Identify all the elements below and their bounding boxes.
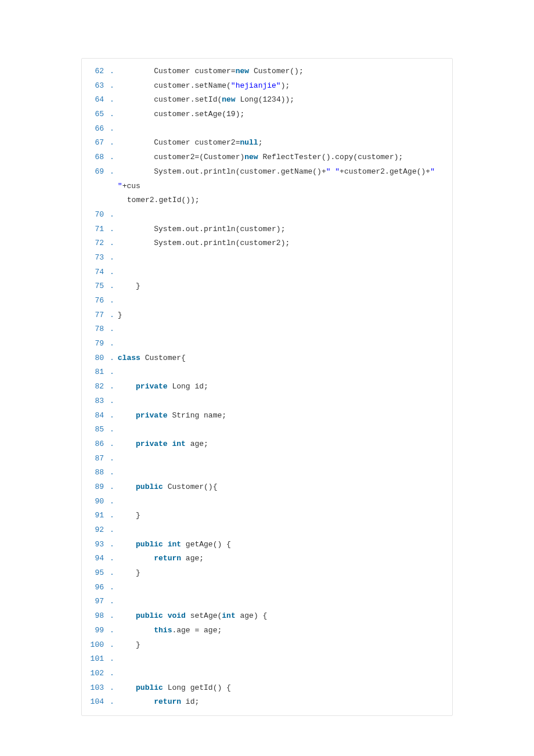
code-text <box>118 423 452 437</box>
code-text: Customer customer=new Customer(); <box>118 64 452 79</box>
line-number: 102 <box>82 667 110 681</box>
line-number: 84 <box>82 409 110 423</box>
code-text <box>118 523 452 538</box>
code-line: 69. System.out.println(customer.getName(… <box>82 165 452 208</box>
line-dot: . <box>110 380 118 394</box>
line-number: 82 <box>82 380 110 394</box>
code-line: 63. customer.setName("hejianjie"); <box>82 79 452 93</box>
code-line: 83. <box>82 394 452 409</box>
line-number: 97 <box>82 595 110 609</box>
code-line: 80.class Customer{ <box>82 351 452 366</box>
code-text: public Customer(){ <box>118 480 452 495</box>
code-line: 100. } <box>82 638 452 653</box>
line-dot: . <box>110 150 118 165</box>
line-dot: . <box>110 423 118 437</box>
line-dot: . <box>110 394 118 409</box>
code-line: 77.} <box>82 308 452 323</box>
code-text: class Customer{ <box>118 351 452 366</box>
line-dot: . <box>110 609 118 624</box>
line-number: 74 <box>82 265 110 280</box>
line-number: 93 <box>82 538 110 552</box>
line-number: 101 <box>82 652 110 667</box>
line-dot: . <box>110 222 118 237</box>
code-line: 86. private int age; <box>82 437 452 452</box>
code-line: 85. <box>82 423 452 437</box>
line-dot: . <box>110 466 118 480</box>
code-text: customer.setAge(19); <box>118 107 452 122</box>
line-number: 71 <box>82 222 110 237</box>
code-text <box>118 122 452 136</box>
line-number: 88 <box>82 466 110 480</box>
code-line: 81. <box>82 365 452 380</box>
code-text <box>118 495 452 509</box>
code-line: 71. System.out.println(customer); <box>82 222 452 237</box>
code-line: 73. <box>82 251 452 265</box>
line-dot: . <box>110 523 118 538</box>
line-dot: . <box>110 624 118 638</box>
code-text: } <box>118 279 452 294</box>
line-number: 99 <box>82 624 110 638</box>
code-line: 67. Customer customer2=null; <box>82 136 452 150</box>
line-dot: . <box>110 208 118 222</box>
code-text <box>118 251 452 265</box>
line-dot: . <box>110 566 118 581</box>
code-line: 96. <box>82 581 452 595</box>
line-dot: . <box>110 236 118 251</box>
code-line: 99. this.age = age; <box>82 624 452 638</box>
code-text: public void setAge(int age) { <box>118 609 452 624</box>
line-number: 92 <box>82 523 110 538</box>
line-dot: . <box>110 495 118 509</box>
line-number: 66 <box>82 122 110 136</box>
code-line: 94. return age; <box>82 552 452 566</box>
line-number: 103 <box>82 681 110 696</box>
line-dot: . <box>110 165 118 179</box>
code-line: 66. <box>82 122 452 136</box>
line-number: 81 <box>82 365 110 380</box>
code-text <box>118 208 452 222</box>
line-number: 80 <box>82 351 110 366</box>
code-line: 78. <box>82 322 452 337</box>
code-text: customer2=(Customer)new ReflectTester().… <box>118 150 452 165</box>
code-line: 97. <box>82 595 452 609</box>
code-line: 84. private String name; <box>82 409 452 423</box>
line-number: 78 <box>82 322 110 337</box>
code-text <box>118 394 452 409</box>
line-number: 83 <box>82 394 110 409</box>
line-dot: . <box>110 93 118 107</box>
code-text: public Long getId() { <box>118 681 452 696</box>
line-number: 68 <box>82 150 110 165</box>
line-number: 73 <box>82 251 110 265</box>
code-line: 95. } <box>82 566 452 581</box>
line-dot: . <box>110 251 118 265</box>
code-text <box>118 452 452 466</box>
code-text: customer.setId(new Long(1234)); <box>118 93 452 107</box>
line-dot: . <box>110 638 118 653</box>
line-dot: . <box>110 351 118 366</box>
line-number: 95 <box>82 566 110 581</box>
line-dot: . <box>110 265 118 280</box>
code-line: 92. <box>82 523 452 538</box>
code-text <box>118 595 452 609</box>
line-dot: . <box>110 365 118 380</box>
line-dot: . <box>110 695 118 710</box>
code-list: 62. Customer customer=new Customer(); 63… <box>82 64 452 710</box>
code-line: 76. <box>82 294 452 308</box>
line-number: 98 <box>82 609 110 624</box>
line-number: 89 <box>82 480 110 495</box>
code-line: 68. customer2=(Customer)new ReflectTeste… <box>82 150 452 165</box>
line-number: 67 <box>82 136 110 150</box>
code-line: 93. public int getAge() { <box>82 538 452 552</box>
code-text: } <box>118 509 452 523</box>
code-text <box>118 466 452 480</box>
line-dot: . <box>110 122 118 136</box>
line-dot: . <box>110 337 118 351</box>
code-line: 91. } <box>82 509 452 523</box>
code-text <box>118 652 452 667</box>
line-dot: . <box>110 452 118 466</box>
code-line: 88. <box>82 466 452 480</box>
code-text: public int getAge() { <box>118 538 452 552</box>
code-text: return age; <box>118 552 452 566</box>
line-number: 64 <box>82 93 110 107</box>
code-text: this.age = age; <box>118 624 452 638</box>
code-line: 74. <box>82 265 452 280</box>
